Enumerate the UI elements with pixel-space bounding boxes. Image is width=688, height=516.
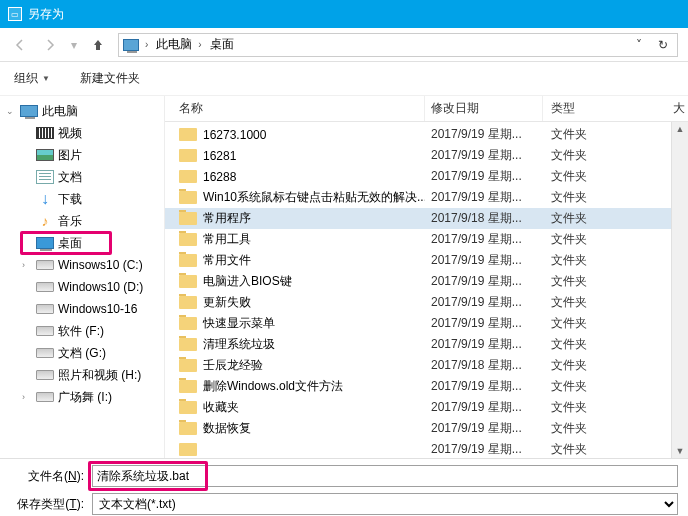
file-row[interactable]: 更新失败2017/9/19 星期...文件夹 [165, 292, 671, 313]
file-row[interactable]: 162882017/9/19 星期...文件夹 [165, 166, 671, 187]
file-type: 文件夹 [543, 147, 587, 164]
sidebar-item-6[interactable]: ›Winsows10 (C:) [0, 254, 164, 276]
file-type: 文件夹 [543, 441, 587, 458]
file-date: 2017/9/19 星期... [425, 399, 543, 416]
main-area: ⌄ 此电脑 视频图片文档↓下载♪音乐桌面›Winsows10 (C:)Windo… [0, 96, 688, 458]
save-type-select[interactable]: 文本文档(*.txt) [92, 493, 678, 515]
disk-icon [36, 260, 54, 270]
breadcrumb-segment[interactable]: 此电脑 [156, 36, 192, 53]
file-row[interactable]: 清理系统垃圾2017/9/19 星期...文件夹 [165, 334, 671, 355]
folder-icon [179, 254, 197, 267]
filename-input[interactable] [92, 465, 678, 487]
sidebar: ⌄ 此电脑 视频图片文档↓下载♪音乐桌面›Winsows10 (C:)Windo… [0, 96, 164, 458]
file-row[interactable]: 162812017/9/19 星期...文件夹 [165, 145, 671, 166]
col-date[interactable]: 修改日期 [425, 96, 543, 121]
chevron-down-icon: ▼ [42, 74, 50, 83]
file-row[interactable]: 快速显示菜单2017/9/19 星期...文件夹 [165, 313, 671, 334]
file-row[interactable]: 常用程序2017/9/18 星期...文件夹 [165, 208, 671, 229]
file-date: 2017/9/19 星期... [425, 441, 543, 458]
scrollbar[interactable]: ▲ ▼ [671, 122, 688, 458]
new-folder-button[interactable]: 新建文件夹 [74, 62, 146, 95]
file-row[interactable]: 收藏夹2017/9/19 星期...文件夹 [165, 397, 671, 418]
file-type: 文件夹 [543, 294, 587, 311]
file-row[interactable]: 2017/9/19 星期...文件夹 [165, 439, 671, 458]
sidebar-item-10[interactable]: 文档 (G:) [0, 342, 164, 364]
file-row[interactable]: 常用文件2017/9/19 星期...文件夹 [165, 250, 671, 271]
disk-icon [36, 392, 54, 402]
file-date: 2017/9/19 星期... [425, 231, 543, 248]
file-date: 2017/9/18 星期... [425, 357, 543, 374]
file-date: 2017/9/19 星期... [425, 420, 543, 437]
chevron-right-icon: › [196, 39, 203, 50]
breadcrumb-segment[interactable]: 桌面 [210, 36, 234, 53]
address-bar[interactable]: › 此电脑 › 桌面 ˅ ↻ [118, 33, 678, 57]
organize-button[interactable]: 组织 ▼ [8, 62, 56, 95]
sidebar-item-7[interactable]: Windows10 (D:) [0, 276, 164, 298]
sidebar-item-4[interactable]: ♪音乐 [0, 210, 164, 232]
file-row[interactable]: 壬辰龙经验2017/9/18 星期...文件夹 [165, 355, 671, 376]
sidebar-item-0[interactable]: 视频 [0, 122, 164, 144]
file-date: 2017/9/19 星期... [425, 126, 543, 143]
file-name: 电脑进入BIOS键 [203, 273, 292, 290]
disk-icon [36, 282, 54, 292]
file-row[interactable]: 电脑进入BIOS键2017/9/19 星期...文件夹 [165, 271, 671, 292]
dl-icon: ↓ [36, 192, 54, 206]
col-size[interactable]: 大 [670, 100, 688, 117]
tree-root-label: 此电脑 [42, 103, 78, 120]
sidebar-item-label: 软件 (F:) [58, 323, 104, 340]
file-type: 文件夹 [543, 420, 587, 437]
file-name: Win10系统鼠标右键点击粘贴无效的解决... [203, 189, 425, 206]
forward-button[interactable] [36, 33, 64, 57]
file-type: 文件夹 [543, 336, 587, 353]
file-name: 收藏夹 [203, 399, 239, 416]
folder-icon [179, 191, 197, 204]
folder-icon [179, 212, 197, 225]
refresh-button[interactable]: ↻ [653, 35, 673, 55]
save-type-label: 保存类型(T): [10, 496, 88, 513]
window-title: 另存为 [28, 6, 64, 23]
sidebar-item-11[interactable]: 照片和视频 (H:) [0, 364, 164, 386]
tree-root-thispc[interactable]: ⌄ 此电脑 [0, 100, 164, 122]
scroll-up-icon[interactable]: ▲ [676, 122, 685, 136]
disk-icon [36, 326, 54, 336]
recent-dropdown[interactable]: ▾ [66, 33, 82, 57]
sidebar-item-label: 下载 [58, 191, 82, 208]
file-type: 文件夹 [543, 126, 587, 143]
sidebar-item-5[interactable]: 桌面 [0, 232, 164, 254]
scroll-down-icon[interactable]: ▼ [676, 444, 685, 458]
col-name[interactable]: 名称 [179, 96, 425, 121]
file-row[interactable]: 16273.10002017/9/19 星期...文件夹 [165, 124, 671, 145]
file-row[interactable]: 删除Windows.old文件方法2017/9/19 星期...文件夹 [165, 376, 671, 397]
file-date: 2017/9/19 星期... [425, 315, 543, 332]
sidebar-item-9[interactable]: 软件 (F:) [0, 320, 164, 342]
file-type: 文件夹 [543, 231, 587, 248]
file-row[interactable]: Win10系统鼠标右键点击粘贴无效的解决...2017/9/19 星期...文件… [165, 187, 671, 208]
organize-label: 组织 [14, 70, 38, 87]
sidebar-item-3[interactable]: ↓下载 [0, 188, 164, 210]
back-button[interactable] [6, 33, 34, 57]
file-name: 常用程序 [203, 210, 251, 227]
file-date: 2017/9/19 星期... [425, 294, 543, 311]
up-button[interactable] [84, 33, 112, 57]
sidebar-item-2[interactable]: 文档 [0, 166, 164, 188]
sidebar-item-1[interactable]: 图片 [0, 144, 164, 166]
address-dropdown[interactable]: ˅ [629, 35, 649, 55]
sidebar-item-label: Winsows10 (C:) [58, 258, 143, 272]
file-type: 文件夹 [543, 357, 587, 374]
sidebar-item-8[interactable]: Windows10-16 [0, 298, 164, 320]
disk-icon [36, 304, 54, 314]
sidebar-item-label: 广场舞 (I:) [58, 389, 112, 406]
folder-icon [179, 359, 197, 372]
file-date: 2017/9/19 星期... [425, 273, 543, 290]
pic-icon [36, 149, 54, 161]
sidebar-item-12[interactable]: ›广场舞 (I:) [0, 386, 164, 408]
file-type: 文件夹 [543, 252, 587, 269]
disk-icon [36, 370, 54, 380]
film-icon [36, 127, 54, 139]
file-row[interactable]: 常用工具2017/9/19 星期...文件夹 [165, 229, 671, 250]
file-type: 文件夹 [543, 189, 587, 206]
file-row[interactable]: 数据恢复2017/9/19 星期...文件夹 [165, 418, 671, 439]
doc-icon [36, 170, 54, 184]
file-name: 16273.1000 [203, 128, 266, 142]
col-type[interactable]: 类型 [543, 96, 670, 121]
